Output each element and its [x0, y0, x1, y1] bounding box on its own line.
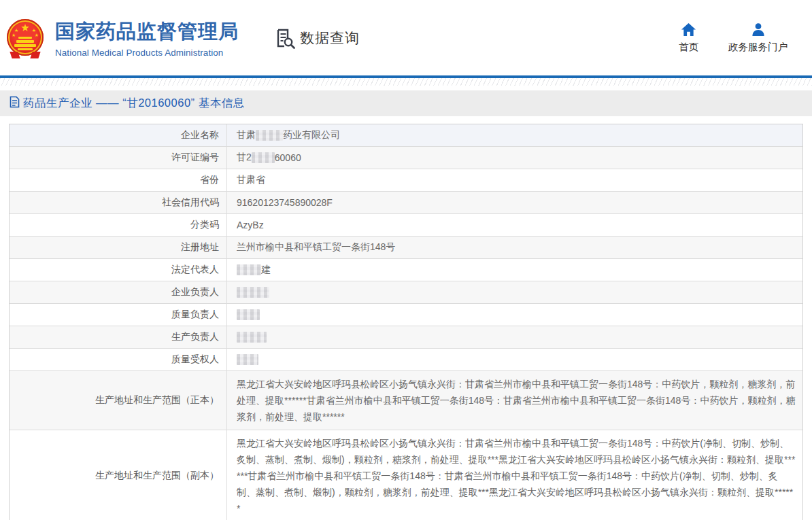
- row-value: 甘260060: [227, 147, 802, 169]
- nav-gov-portal-label: 政务服务门户: [728, 41, 788, 54]
- redacted-value: [237, 264, 261, 275]
- row-label: 许可证编号: [10, 147, 227, 169]
- table-row: 生产地址和生产范围（副本）黑龙江省大兴安岭地区呼玛县松岭区小扬气镇永兴街：甘肃省…: [10, 430, 802, 520]
- value-text: 甘肃省: [237, 174, 265, 186]
- row-value: 91620123745890028F: [227, 192, 802, 213]
- row-value: 甘肃省: [227, 169, 802, 191]
- redacted-value: [237, 354, 258, 365]
- row-value: [227, 349, 802, 370]
- row-value: 黑龙江省大兴安岭地区呼玛县松岭区小扬气镇永兴街：甘肃省兰州市榆中县和平镇工贸一条…: [227, 371, 802, 430]
- row-label: 质量受权人: [10, 349, 227, 370]
- row-label: 社会信用代码: [10, 192, 227, 213]
- value-text: 91620123745890028F: [237, 197, 333, 208]
- hatch-strip: [0, 78, 812, 86]
- nav-home[interactable]: 首页: [679, 22, 698, 54]
- value-text: 黑龙江省大兴安岭地区呼玛县松岭区小扬气镇永兴街：甘肃省兰州市榆中县和平镇工贸一条…: [237, 379, 795, 422]
- value-text: 兰州市榆中县和平镇工贸一条街148号: [237, 241, 395, 254]
- org-name-zh: 国家药品监督管理局: [55, 18, 239, 46]
- data-query-section[interactable]: 数据查询: [274, 27, 360, 49]
- data-query-title: 数据查询: [300, 29, 360, 48]
- row-label: 法定代表人: [10, 259, 227, 281]
- row-label: 生产负责人: [10, 326, 227, 348]
- value-text: 60060: [275, 152, 301, 163]
- header-nav: 首页 政务服务门户: [679, 22, 788, 54]
- table-row: 注册地址兰州市榆中县和平镇工贸一条街148号: [10, 237, 802, 259]
- value-text: 黑龙江省大兴安岭地区呼玛县松岭区小扬气镇永兴街：甘肃省兰州市榆中县和平镇工贸一条…: [237, 438, 795, 514]
- table-row: 生产地址和生产范围（正本）黑龙江省大兴安岭地区呼玛县松岭区小扬气镇永兴街：甘肃省…: [10, 371, 802, 430]
- user-icon: [751, 22, 766, 41]
- table-row: 生产负责人: [10, 326, 802, 349]
- home-icon: [681, 22, 696, 41]
- row-label: 企业名称: [10, 124, 227, 146]
- header: ★ ★★ ★★ 国家药品监督管理局 National Medical Produ…: [0, 0, 812, 75]
- row-value: 黑龙江省大兴安岭地区呼玛县松岭区小扬气镇永兴街：甘肃省兰州市榆中县和平镇工贸一条…: [227, 430, 802, 520]
- row-label: 质量负责人: [10, 304, 227, 326]
- document-search-icon: [274, 27, 296, 49]
- row-value: [227, 281, 802, 303]
- org-title-block: 国家药品监督管理局 National Medical Products Admi…: [55, 18, 239, 58]
- row-label: 生产地址和生产范围（正本）: [10, 371, 227, 430]
- value-text: 药业有限公司: [283, 129, 340, 141]
- table-row: 许可证编号甘260060: [10, 147, 802, 169]
- nmpa-emblem-logo: ★ ★★ ★★: [7, 19, 44, 58]
- table-row: 质量受权人: [10, 349, 802, 371]
- redacted-value: [252, 152, 275, 163]
- row-label: 企业负责人: [10, 281, 227, 303]
- value-text: AzyBz: [237, 220, 264, 230]
- redacted-value: [237, 287, 269, 298]
- row-value: [227, 326, 802, 348]
- value-text: 甘肃: [237, 129, 256, 141]
- table-row: 分类码AzyBz: [10, 214, 802, 237]
- row-label: 注册地址: [10, 237, 227, 258]
- table-row: 法定代表人建: [10, 259, 802, 281]
- table-row: 企业负责人: [10, 281, 802, 304]
- document-icon: [10, 96, 23, 111]
- row-label: 省份: [10, 169, 227, 191]
- row-value: 兰州市榆中县和平镇工贸一条街148号: [227, 237, 802, 258]
- table-row: 省份甘肃省: [10, 169, 802, 192]
- row-value: 甘肃药业有限公司: [227, 124, 802, 146]
- row-value: AzyBz: [227, 214, 802, 236]
- org-name-en: National Medical Products Administration: [55, 48, 239, 58]
- value-text: 甘2: [237, 152, 252, 164]
- redacted-value: [237, 309, 260, 320]
- redacted-value: [256, 130, 283, 141]
- table-row: 企业名称甘肃药业有限公司: [10, 124, 802, 147]
- redacted-value: [237, 332, 267, 343]
- table-row: 质量负责人: [10, 304, 802, 326]
- row-value: [227, 304, 802, 326]
- row-label: 生产地址和生产范围（副本）: [10, 430, 227, 520]
- row-label: 分类码: [10, 214, 227, 236]
- page-title-bar: 药品生产企业 —— “甘20160060” 基本信息: [0, 90, 812, 116]
- page-title: 药品生产企业 —— “甘20160060” 基本信息: [23, 96, 245, 111]
- info-table: 企业名称甘肃药业有限公司许可证编号甘260060省份甘肃省社会信用代码91620…: [9, 124, 803, 520]
- value-text: 建: [261, 264, 271, 276]
- nav-gov-portal[interactable]: 政务服务门户: [728, 22, 788, 54]
- table-row: 社会信用代码91620123745890028F: [10, 192, 802, 214]
- row-value: 建: [227, 259, 802, 281]
- nav-home-label: 首页: [679, 41, 698, 54]
